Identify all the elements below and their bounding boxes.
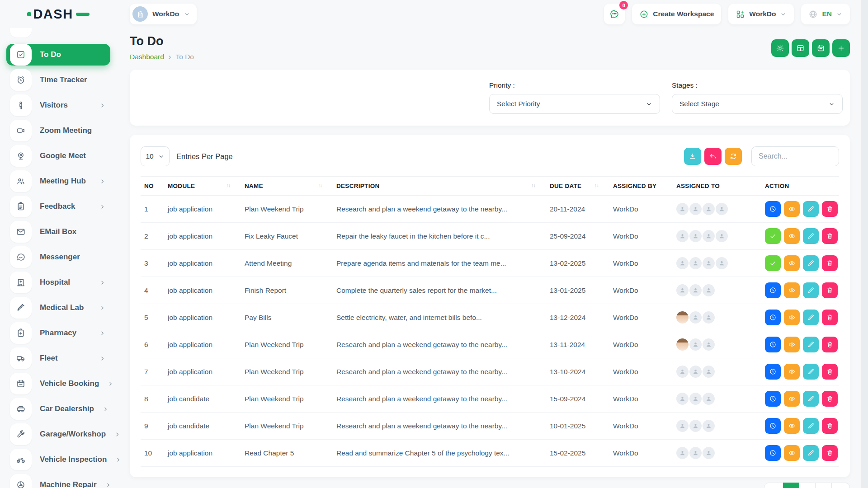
sidebar-item-google-meet[interactable]: Google Meet xyxy=(6,145,110,167)
pagination-prev[interactable] xyxy=(764,483,783,488)
settings-button[interactable] xyxy=(771,39,789,57)
column-header-description[interactable]: DESCRIPTION↑↓ xyxy=(333,177,546,196)
view-button[interactable] xyxy=(784,201,800,217)
assignee-avatar[interactable] xyxy=(689,393,702,405)
delete-button[interactable] xyxy=(822,310,838,325)
view-button[interactable] xyxy=(784,364,800,380)
assignee-avatar[interactable] xyxy=(676,203,689,215)
sidebar-item-machine-repair[interactable]: Machine Repair xyxy=(6,474,110,488)
delete-button[interactable] xyxy=(822,201,838,217)
delete-button[interactable] xyxy=(822,364,838,380)
delete-button[interactable] xyxy=(822,282,838,298)
reset-button[interactable] xyxy=(704,148,722,165)
reminder-button[interactable] xyxy=(765,391,781,407)
delete-button[interactable] xyxy=(822,445,838,461)
dash-logo[interactable]: DASH xyxy=(27,7,89,22)
sidebar-item-vehicle-booking[interactable]: Vehicle Booking xyxy=(6,373,110,394)
reminder-button[interactable] xyxy=(765,201,781,217)
mark-complete-button[interactable] xyxy=(765,228,781,244)
pagination-page[interactable] xyxy=(816,483,832,488)
assignee-avatar[interactable] xyxy=(689,447,702,459)
assignee-avatar[interactable] xyxy=(703,230,715,242)
stage-select[interactable]: Select Stage xyxy=(672,94,843,114)
sidebar-item-visitors[interactable]: Visitors xyxy=(6,94,110,116)
delete-button[interactable] xyxy=(822,228,838,244)
assignee-avatar[interactable] xyxy=(689,338,702,351)
sidebar-item-email-box[interactable]: EMail Box xyxy=(6,221,110,243)
view-button[interactable] xyxy=(784,418,800,434)
assignee-avatar[interactable] xyxy=(676,284,689,296)
edit-button[interactable] xyxy=(803,337,819,352)
column-sort-icon[interactable]: ↑↓ xyxy=(318,183,322,188)
grid-view-button[interactable] xyxy=(792,39,809,57)
sidebar-item-feedback[interactable]: Feedback xyxy=(6,196,110,217)
edit-button[interactable] xyxy=(803,391,819,407)
language-selector[interactable]: EN xyxy=(801,4,850,24)
sidebar-item-car-dealership[interactable]: Car Dealership xyxy=(6,398,110,420)
assignee-avatar[interactable] xyxy=(676,447,689,459)
view-button[interactable] xyxy=(784,282,800,298)
delete-button[interactable] xyxy=(822,391,838,407)
assignee-avatar[interactable] xyxy=(716,203,728,215)
assignee-avatar[interactable] xyxy=(703,338,715,351)
edit-button[interactable] xyxy=(803,201,819,217)
reminder-button[interactable] xyxy=(765,282,781,298)
assignee-avatar[interactable] xyxy=(689,230,702,242)
messages-button[interactable]: 0 xyxy=(604,4,625,24)
view-button[interactable] xyxy=(784,228,800,244)
assignee-avatar-photo[interactable] xyxy=(676,338,689,351)
edit-button[interactable] xyxy=(803,255,819,271)
add-todo-button[interactable] xyxy=(832,39,850,57)
view-button[interactable] xyxy=(784,445,800,461)
assignee-avatar[interactable] xyxy=(676,366,689,378)
assignee-avatar[interactable] xyxy=(703,203,715,215)
sidebar-item-meeting-hub[interactable]: Meeting Hub xyxy=(6,170,110,192)
assignee-avatar[interactable] xyxy=(689,366,702,378)
edit-button[interactable] xyxy=(803,418,819,434)
create-workspace-button[interactable]: Create Workspace xyxy=(632,4,721,24)
column-sort-icon[interactable]: ↑↓ xyxy=(226,183,230,188)
view-button[interactable] xyxy=(784,391,800,407)
reminder-button[interactable] xyxy=(765,364,781,380)
assignee-avatar[interactable] xyxy=(703,447,715,459)
pagination-page[interactable] xyxy=(783,483,799,488)
pagination-next[interactable] xyxy=(832,483,850,488)
sidebar-item-fleet[interactable]: Fleet xyxy=(6,347,110,369)
assignee-avatar[interactable] xyxy=(703,366,715,378)
column-header-name[interactable]: NAME↑↓ xyxy=(241,177,333,196)
delete-button[interactable] xyxy=(822,337,838,352)
reminder-button[interactable] xyxy=(765,337,781,352)
edit-button[interactable] xyxy=(803,310,819,325)
assignee-avatar[interactable] xyxy=(676,393,689,405)
edit-button[interactable] xyxy=(803,445,819,461)
delete-button[interactable] xyxy=(822,418,838,434)
refresh-button[interactable] xyxy=(725,148,742,165)
page-scrollbar[interactable] xyxy=(861,0,868,488)
sidebar-item-to-do[interactable]: To Do xyxy=(6,44,110,66)
view-button[interactable] xyxy=(784,255,800,271)
edit-button[interactable] xyxy=(803,282,819,298)
column-header-module[interactable]: MODULE↑↓ xyxy=(164,177,241,196)
assignee-avatar[interactable] xyxy=(716,230,728,242)
export-button[interactable] xyxy=(684,148,701,165)
calendar-view-button[interactable] xyxy=(812,39,830,57)
assignee-avatar[interactable] xyxy=(703,284,715,296)
assignee-avatar[interactable] xyxy=(676,420,689,432)
column-header-due-date[interactable]: DUE DATE↑↓ xyxy=(546,177,609,196)
assignee-avatar[interactable] xyxy=(689,311,702,324)
column-sort-icon[interactable]: ↑↓ xyxy=(531,183,535,188)
priority-select[interactable]: Select Priority xyxy=(489,94,660,114)
assignee-avatar-photo[interactable] xyxy=(676,311,689,324)
view-button[interactable] xyxy=(784,337,800,352)
workdo-menu-button[interactable]: WorkDo xyxy=(728,4,794,24)
mark-complete-button[interactable] xyxy=(765,255,781,271)
assignee-avatar[interactable] xyxy=(676,230,689,242)
sidebar-item-vehicle-inspection[interactable]: Vehicle Inspection xyxy=(6,449,110,470)
assignee-avatar[interactable] xyxy=(703,393,715,405)
breadcrumb-dashboard-link[interactable]: Dashboard xyxy=(130,53,164,61)
workspace-selector[interactable]: WorkDo xyxy=(130,4,197,24)
sidebar-item-hospital[interactable]: Hospital xyxy=(6,272,110,293)
assignee-avatar[interactable] xyxy=(689,203,702,215)
reminder-button[interactable] xyxy=(765,445,781,461)
pagination-page[interactable] xyxy=(799,483,816,488)
